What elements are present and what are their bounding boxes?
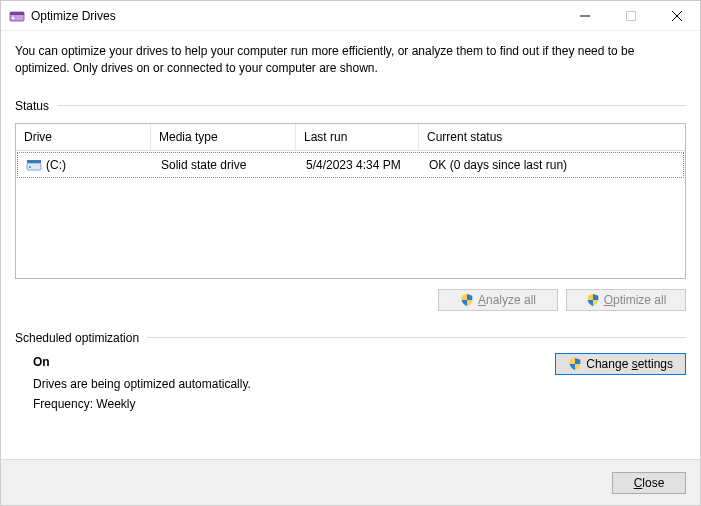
maximize-icon [626,11,636,21]
drive-table: Drive Media type Last run Current status… [15,123,686,279]
cell-last: 5/4/2023 4:34 PM [298,153,421,177]
svg-point-9 [29,166,31,168]
change-settings-button[interactable]: Change settings [555,353,686,375]
window-controls [562,1,700,31]
svg-rect-7 [27,163,41,170]
divider [147,337,686,338]
svg-rect-1 [10,12,24,15]
cell-status: OK (0 days since last run) [421,153,683,177]
analyze-label: nalyze all [486,293,536,307]
table-row[interactable]: (C:) Solid state drive 5/4/2023 4:34 PM … [17,152,684,178]
analyze-all-button: Analyze all [438,289,558,311]
analyze-optimize-row: Analyze all Optimize all [15,289,686,311]
schedule-row: On Drives are being optimized automatica… [15,355,686,417]
schedule-status: On [33,355,555,369]
svg-rect-4 [627,11,636,20]
cell-media: Solid state drive [153,153,298,177]
shield-icon [586,293,600,307]
title-bar: Optimize Drives [1,1,700,31]
status-header: Status [15,99,686,113]
close-button[interactable] [654,1,700,31]
svg-rect-8 [27,160,41,163]
table-header: Drive Media type Last run Current status [16,124,685,151]
minimize-button[interactable] [562,1,608,31]
schedule-freq: Frequency: Weekly [33,397,555,411]
schedule-header: Scheduled optimization [15,331,686,345]
content: You can optimize your drives to help you… [1,31,700,459]
schedule-body: On Drives are being optimized automatica… [15,355,555,417]
col-drive[interactable]: Drive [16,124,151,150]
schedule-label: Scheduled optimization [15,331,139,345]
table-body: (C:) Solid state drive 5/4/2023 4:34 PM … [16,151,685,278]
drive-icon [26,157,42,173]
svg-point-2 [12,16,14,18]
window-title: Optimize Drives [31,9,116,23]
intro-text: You can optimize your drives to help you… [15,43,686,77]
divider [57,105,686,106]
col-media[interactable]: Media type [151,124,296,150]
footer: Close [1,459,700,505]
shield-icon [568,357,582,371]
col-status[interactable]: Current status [419,124,685,150]
drive-name: (C:) [46,158,66,172]
close-icon [672,11,682,21]
status-label: Status [15,99,49,113]
shield-icon [460,293,474,307]
app-icon [9,8,25,24]
close-dialog-button[interactable]: Close [612,472,686,494]
schedule-actions: Change settings [555,353,686,375]
schedule-desc: Drives are being optimized automatically… [33,377,555,391]
optimize-all-button: Optimize all [566,289,686,311]
maximize-button[interactable] [608,1,654,31]
minimize-icon [580,11,590,21]
col-last[interactable]: Last run [296,124,419,150]
cell-drive: (C:) [18,153,153,177]
optimize-label: ptimize all [613,293,666,307]
